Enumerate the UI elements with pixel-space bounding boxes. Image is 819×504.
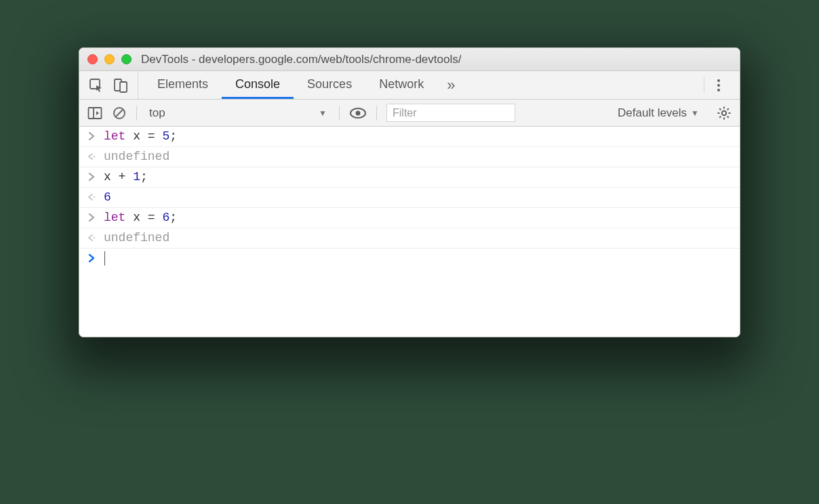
svg-point-5 bbox=[717, 89, 720, 91]
svg-line-20 bbox=[719, 116, 721, 117]
separator bbox=[704, 77, 704, 93]
context-selector[interactable]: top ▼ bbox=[146, 106, 329, 120]
console-input-row: let x = 5; bbox=[79, 127, 740, 147]
console-output-row: 6 bbox=[79, 188, 740, 208]
svg-point-4 bbox=[717, 84, 720, 87]
window-close-button[interactable] bbox=[87, 54, 98, 64]
svg-point-12 bbox=[722, 110, 726, 114]
svg-line-9 bbox=[116, 109, 123, 117]
svg-line-17 bbox=[719, 108, 721, 110]
console-content: x + 1; bbox=[104, 170, 148, 184]
context-selector-label: top bbox=[149, 106, 165, 120]
levels-selector[interactable]: Default levels ▼ bbox=[618, 106, 699, 120]
console-content: undefined bbox=[104, 150, 169, 163]
clear-console-icon[interactable] bbox=[112, 106, 127, 121]
gear-icon[interactable] bbox=[717, 106, 732, 121]
separator bbox=[339, 106, 340, 121]
svg-point-21 bbox=[94, 156, 95, 157]
live-expression-icon[interactable] bbox=[349, 107, 367, 119]
separator bbox=[376, 106, 377, 121]
output-arrow-icon bbox=[86, 190, 97, 202]
devtools-tabbar: ElementsConsoleSourcesNetwork » bbox=[79, 71, 740, 100]
prompt-arrow-icon bbox=[86, 251, 97, 263]
svg-point-23 bbox=[94, 237, 95, 238]
console-body[interactable]: let x = 5;undefinedx + 1;6let x = 6;unde… bbox=[79, 127, 740, 337]
tab-network[interactable]: Network bbox=[365, 71, 437, 99]
svg-point-22 bbox=[94, 196, 95, 198]
input-arrow-icon bbox=[86, 211, 97, 222]
window-titlebar: DevTools - developers.google.com/web/too… bbox=[79, 48, 740, 71]
svg-line-18 bbox=[727, 116, 729, 117]
levels-label: Default levels bbox=[618, 106, 687, 120]
console-toolbar: top ▼ Default levels ▼ bbox=[79, 100, 740, 127]
window-title: DevTools - developers.google.com/web/too… bbox=[141, 53, 461, 66]
svg-point-3 bbox=[717, 79, 720, 82]
chevron-down-icon: ▼ bbox=[319, 108, 327, 118]
console-content: let x = 5; bbox=[104, 129, 177, 143]
input-arrow-icon bbox=[86, 170, 97, 182]
toggle-sidebar-icon[interactable] bbox=[87, 106, 102, 120]
devtools-tabs: ElementsConsoleSourcesNetwork bbox=[138, 71, 443, 99]
svg-line-19 bbox=[727, 108, 729, 110]
console-content: 6 bbox=[104, 190, 111, 204]
svg-point-11 bbox=[356, 110, 361, 115]
window-minimize-button[interactable] bbox=[104, 54, 115, 64]
svg-rect-2 bbox=[120, 82, 127, 92]
console-output-row: undefined bbox=[79, 228, 740, 249]
filter-input[interactable] bbox=[393, 107, 509, 119]
inspect-element-icon[interactable] bbox=[89, 78, 104, 93]
separator bbox=[136, 106, 137, 121]
tab-elements[interactable]: Elements bbox=[144, 71, 222, 99]
output-arrow-icon bbox=[86, 150, 97, 161]
console-output-row: undefined bbox=[79, 147, 740, 167]
chevron-down-icon: ▼ bbox=[691, 108, 699, 118]
console-content: let x = 6; bbox=[104, 211, 177, 224]
console-content: undefined bbox=[104, 231, 169, 245]
devtools-window: DevTools - developers.google.com/web/too… bbox=[79, 47, 740, 337]
console-prompt-row[interactable] bbox=[79, 249, 740, 269]
output-arrow-icon bbox=[86, 231, 97, 243]
console-prompt-input[interactable] bbox=[104, 251, 105, 266]
window-traffic-lights bbox=[87, 54, 132, 64]
svg-rect-6 bbox=[89, 108, 102, 119]
tabs-overflow-icon[interactable]: » bbox=[443, 77, 459, 94]
tab-sources[interactable]: Sources bbox=[294, 71, 365, 99]
more-menu-icon[interactable] bbox=[717, 78, 730, 93]
input-arrow-icon bbox=[86, 129, 97, 141]
console-input-row: x + 1; bbox=[79, 167, 740, 188]
console-input-row: let x = 6; bbox=[79, 208, 740, 228]
window-zoom-button[interactable] bbox=[121, 54, 132, 64]
filter-box[interactable] bbox=[386, 104, 515, 122]
device-toggle-icon[interactable] bbox=[113, 78, 128, 93]
tab-console[interactable]: Console bbox=[222, 71, 294, 99]
